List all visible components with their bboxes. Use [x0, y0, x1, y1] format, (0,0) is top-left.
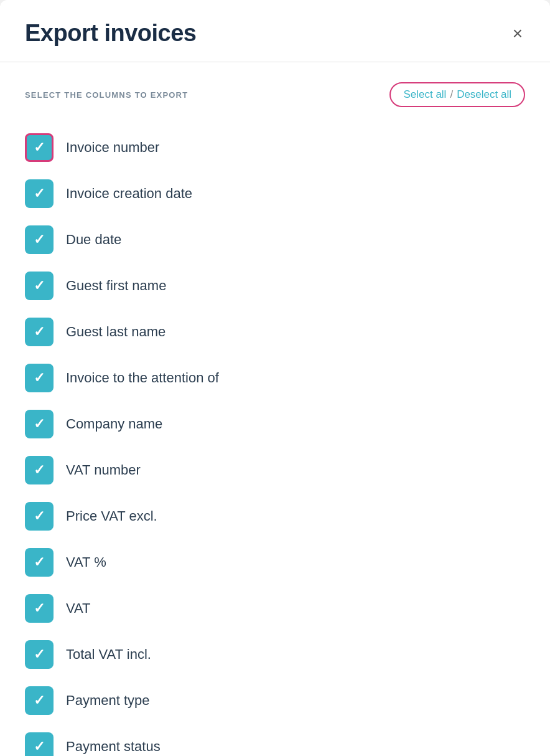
- checkbox-7[interactable]: ✓: [25, 410, 54, 438]
- checkmark-icon: ✓: [34, 555, 45, 569]
- checkbox-label: Due date: [66, 232, 121, 248]
- list-item: ✓Total VAT incl.: [25, 631, 525, 678]
- checkbox-4[interactable]: ✓: [25, 272, 54, 300]
- checkbox-label: Payment status: [66, 739, 161, 755]
- modal-title: Export invoices: [25, 20, 196, 47]
- checkbox-list: ✓Invoice number✓Invoice creation date✓Du…: [25, 125, 525, 756]
- checkmark-icon: ✓: [34, 187, 45, 201]
- checkbox-label: Total VAT incl.: [66, 646, 151, 663]
- checkbox-6[interactable]: ✓: [25, 364, 54, 392]
- list-item: ✓VAT number: [25, 447, 525, 493]
- checkbox-8[interactable]: ✓: [25, 456, 54, 484]
- list-item: ✓Invoice to the attention of: [25, 355, 525, 401]
- list-item: ✓Payment type: [25, 678, 525, 724]
- list-item: ✓Price VAT excl.: [25, 493, 525, 539]
- export-invoices-modal: Export invoices × SELECT THE COLUMNS TO …: [0, 0, 550, 756]
- checkbox-11[interactable]: ✓: [25, 594, 54, 623]
- checkbox-label: Guest last name: [66, 324, 165, 340]
- checkmark-icon: ✓: [34, 648, 45, 661]
- checkbox-5[interactable]: ✓: [25, 318, 54, 346]
- checkmark-icon: ✓: [34, 233, 45, 247]
- modal-body: SELECT THE COLUMNS TO EXPORT Select all …: [0, 62, 550, 756]
- checkbox-9[interactable]: ✓: [25, 502, 54, 531]
- list-item: ✓Invoice number: [25, 125, 525, 171]
- checkbox-12[interactable]: ✓: [25, 640, 54, 669]
- select-all-button[interactable]: Select all: [403, 88, 446, 101]
- checkmark-icon: ✓: [34, 141, 45, 154]
- checkmark-icon: ✓: [34, 740, 45, 754]
- list-item: ✓Due date: [25, 217, 525, 263]
- checkmark-icon: ✓: [34, 463, 45, 477]
- checkmark-icon: ✓: [34, 371, 45, 385]
- checkbox-label: VAT number: [66, 462, 141, 478]
- checkmark-icon: ✓: [34, 417, 45, 431]
- checkmark-icon: ✓: [34, 509, 45, 523]
- list-item: ✓Guest first name: [25, 263, 525, 309]
- list-item: ✓VAT: [25, 585, 525, 631]
- checkbox-3[interactable]: ✓: [25, 225, 54, 254]
- checkmark-icon: ✓: [34, 325, 45, 339]
- checkmark-icon: ✓: [34, 279, 45, 293]
- list-item: ✓VAT %: [25, 539, 525, 585]
- checkbox-1[interactable]: ✓: [25, 133, 54, 162]
- list-item: ✓Guest last name: [25, 309, 525, 355]
- checkbox-10[interactable]: ✓: [25, 548, 54, 577]
- select-controls-group: Select all / Deselect all: [389, 82, 525, 107]
- controls-divider: /: [450, 88, 453, 101]
- checkbox-label: Payment type: [66, 692, 150, 709]
- list-item: ✓Company name: [25, 401, 525, 447]
- checkbox-label: VAT: [66, 600, 91, 617]
- checkmark-icon: ✓: [34, 602, 45, 615]
- checkbox-label: Guest first name: [66, 278, 166, 294]
- checkbox-2[interactable]: ✓: [25, 179, 54, 208]
- columns-section-label: SELECT THE COLUMNS TO EXPORT: [25, 90, 188, 100]
- checkbox-label: Invoice number: [66, 139, 159, 156]
- columns-header: SELECT THE COLUMNS TO EXPORT Select all …: [25, 82, 525, 107]
- checkbox-label: Price VAT excl.: [66, 508, 157, 524]
- checkbox-14[interactable]: ✓: [25, 732, 54, 756]
- close-button[interactable]: ×: [510, 22, 525, 45]
- checkbox-label: Invoice to the attention of: [66, 370, 219, 386]
- list-item: ✓Invoice creation date: [25, 171, 525, 217]
- checkbox-label: Invoice creation date: [66, 186, 192, 202]
- modal-header: Export invoices ×: [0, 0, 550, 62]
- checkbox-label: VAT %: [66, 554, 106, 570]
- checkmark-icon: ✓: [34, 694, 45, 707]
- list-item: ✓Payment status: [25, 724, 525, 756]
- checkbox-13[interactable]: ✓: [25, 686, 54, 715]
- deselect-all-button[interactable]: Deselect all: [457, 88, 511, 101]
- checkbox-label: Company name: [66, 416, 162, 432]
